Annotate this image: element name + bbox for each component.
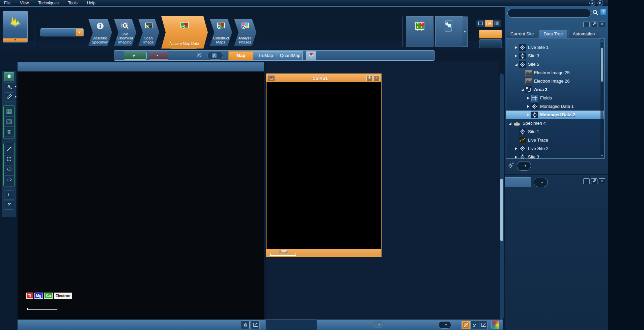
mode-map-button[interactable]: Map xyxy=(228,51,253,60)
map-stack-tool[interactable] xyxy=(4,128,14,137)
custom-button[interactable] xyxy=(479,39,502,48)
tab-data-tree[interactable]: Data Tree xyxy=(539,30,567,38)
expander-collapsed-icon[interactable] xyxy=(515,45,519,50)
search-help-box[interactable] xyxy=(507,9,591,18)
layout-split-button[interactable] xyxy=(485,20,493,27)
expander-collapsed-icon[interactable] xyxy=(527,95,531,100)
layers-button[interactable] xyxy=(306,51,316,60)
tree-item-electron-image-26[interactable]: Electron Image 26 xyxy=(506,77,604,85)
expander-collapsed-icon[interactable] xyxy=(527,112,531,117)
color-options-button[interactable] xyxy=(491,321,499,329)
minimized-maps-tab[interactable] xyxy=(265,320,317,330)
expander-collapsed-icon[interactable] xyxy=(527,104,531,109)
tab-current-site[interactable]: Current Site xyxy=(506,30,538,38)
search-icon[interactable] xyxy=(592,9,598,17)
collapse-ribbon-icon[interactable]: ▲ xyxy=(589,0,595,6)
flyout-arrow-icon[interactable] xyxy=(15,96,17,98)
tree-item-site-1[interactable]: Site 1 xyxy=(506,127,604,136)
menu-file[interactable]: File xyxy=(4,1,10,5)
freehand-select-tool[interactable] xyxy=(4,165,14,174)
tile-minimize-icon[interactable] xyxy=(366,76,372,81)
guided-button[interactable] xyxy=(479,30,502,38)
layout-grid-button[interactable] xyxy=(493,20,501,27)
mini-view-minimize-icon[interactable]: − xyxy=(583,178,590,184)
maps-scrollbar-thumb[interactable] xyxy=(500,179,503,241)
map-grid-tool[interactable] xyxy=(4,118,14,127)
mini-view-close-icon[interactable]: × xyxy=(599,178,605,184)
stop-button[interactable]: ■ xyxy=(149,52,168,60)
report-results-button[interactable]: ▼ xyxy=(435,16,463,47)
tree-item-area-2[interactable]: Area 2 xyxy=(506,85,604,94)
info-tool[interactable]: i xyxy=(4,190,14,200)
tree-item-site-5[interactable]: Site 5 xyxy=(506,60,604,68)
menu-help[interactable]: Help xyxy=(87,1,95,5)
legend-chip-ca[interactable]: Ca xyxy=(44,293,52,299)
rect-select-tool[interactable] xyxy=(4,155,14,164)
workflow-scan-image[interactable]: Scan Image xyxy=(138,19,159,46)
report-results-dropdown-icon[interactable]: ▼ xyxy=(463,17,468,47)
micron-marker-button[interactable] xyxy=(470,321,479,329)
workflow-construct-maps[interactable]: Construct Maps xyxy=(210,19,232,46)
acquisition-settings-button[interactable] xyxy=(197,53,203,59)
legend-chip-electron[interactable]: Electron xyxy=(54,293,72,299)
expander-collapsed-icon[interactable] xyxy=(515,154,519,159)
annotate-tool[interactable]: A xyxy=(4,82,14,91)
tree-item-specimen-4[interactable]: Specimen 4 xyxy=(506,119,604,127)
map-tile-ca-k-1[interactable]: Ca Kα1×1mm xyxy=(266,73,382,257)
scalebar-toggle-button[interactable] xyxy=(461,321,470,329)
context-selector-dropdown[interactable]: ▼ xyxy=(517,161,531,171)
mini-view-selector[interactable]: ▼ xyxy=(534,178,548,187)
popout-icon[interactable] xyxy=(591,22,597,27)
technique-selector-arrow-icon[interactable]: ▼ xyxy=(76,29,83,36)
tree-item-electron-image-25[interactable]: Electron Image 25 xyxy=(506,68,604,77)
flyout-arrow-icon[interactable] xyxy=(15,86,17,88)
start-button[interactable]: ▶ xyxy=(124,52,147,60)
maps-scrollbar[interactable] xyxy=(500,73,504,320)
layered-image-canvas[interactable] xyxy=(18,71,264,320)
search-help-input[interactable] xyxy=(512,10,584,16)
image-brightness-button[interactable] xyxy=(241,321,250,329)
help-tool[interactable]: ? xyxy=(4,201,14,210)
tree-scrollbar[interactable]: ▲ ▼ xyxy=(600,39,604,157)
measure-ruler-tool[interactable] xyxy=(4,92,14,101)
eds-sem-button[interactable]: ▼ xyxy=(3,11,28,42)
tile-layers-icon[interactable] xyxy=(268,75,275,81)
spectrum-chart[interactable] xyxy=(505,187,608,330)
workflow-analyze-phases[interactable]: Analyze Phases xyxy=(234,19,256,46)
tab-automation[interactable]: Automation xyxy=(568,30,599,38)
tree-item-site-3[interactable]: Site 3 xyxy=(506,52,604,60)
expander-collapsed-icon[interactable] xyxy=(515,53,519,58)
legend-chip-mg[interactable]: Mg xyxy=(34,293,43,299)
intensity-scale-button[interactable] xyxy=(479,321,488,329)
layout-single-button[interactable] xyxy=(477,20,485,27)
tree-scroll-down-icon[interactable]: ▼ xyxy=(600,154,604,157)
menu-tools[interactable]: Tools xyxy=(68,1,78,5)
expander-expanded-icon[interactable] xyxy=(521,87,525,92)
menu-techniques[interactable]: Techniques xyxy=(38,1,59,5)
automate-button[interactable]: A xyxy=(207,52,223,60)
next-icon[interactable]: ▶ xyxy=(597,0,603,6)
tree-item-montaged-data-2[interactable]: Montaged Data 2 xyxy=(506,111,604,119)
workflow-live-chemical-imaging[interactable]: Live Chemical Imaging xyxy=(114,19,136,46)
eds-sem-dropdown[interactable]: ▼ xyxy=(3,38,27,42)
expander-expanded-icon[interactable] xyxy=(509,121,513,126)
tile-close-icon[interactable]: × xyxy=(373,76,380,81)
layered-image-view[interactable]: TiMgCaElectron xyxy=(18,71,264,320)
binning-factor-dropdown[interactable]: ▼ xyxy=(439,321,451,329)
close-icon[interactable]: × xyxy=(599,22,605,27)
tree-scrollbar-thumb[interactable] xyxy=(601,48,603,82)
expander-collapsed-icon[interactable] xyxy=(515,146,519,151)
workflow-describe-specimen[interactable]: Describe Specimen xyxy=(88,19,112,46)
expander-expanded-icon[interactable] xyxy=(515,62,519,67)
mode-quantmap-button[interactable]: QuantMap xyxy=(278,51,303,60)
map-region-tool[interactable] xyxy=(4,108,14,117)
mini-view-tab[interactable] xyxy=(505,177,531,187)
map-canvas-ca[interactable] xyxy=(267,82,382,250)
map-display-type-dropdown[interactable]: ▼ xyxy=(372,321,384,328)
map-tile-header[interactable]: Ca Kα1× xyxy=(267,74,381,82)
line-tool-tool[interactable] xyxy=(4,145,14,154)
tree-item-live-site-2[interactable]: Live Site 2 xyxy=(506,144,604,153)
workflow-acquire-map-data[interactable]: Acquire Map Data xyxy=(161,16,208,49)
menu-view[interactable]: View xyxy=(20,1,29,5)
ellipse-select-tool[interactable] xyxy=(4,175,14,184)
